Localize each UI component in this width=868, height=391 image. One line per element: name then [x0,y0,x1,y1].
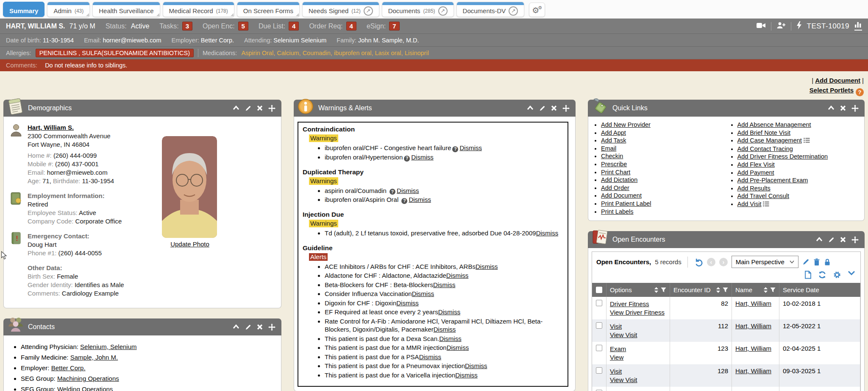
update-photo-link[interactable]: Update Photo [170,240,209,248]
quick-link[interactable]: Add Order [601,184,629,191]
encounter-type-link[interactable]: Driver Fitness [610,300,666,308]
quick-link[interactable]: Add Travel Consult [737,193,790,199]
chart-tab[interactable]: Health Surveillance [92,2,160,17]
collapse-icon[interactable] [816,237,823,243]
contact-link[interactable]: Welding Operations [57,385,113,391]
dismiss-link[interactable]: Dismiss [446,272,469,279]
new-record-icon[interactable] [804,271,812,279]
counter-badge[interactable]: 5 [238,22,248,31]
add-document-link[interactable]: Add Document [815,77,860,84]
quick-link[interactable]: Checkin [601,153,623,159]
dismiss-link[interactable]: Dismiss [447,344,469,351]
popout-icon[interactable] [438,6,448,16]
chart-tab[interactable]: Documents (285) [382,2,454,17]
select-portlets-link[interactable]: Select Portlets [810,87,854,94]
dismiss-link[interactable]: Dismiss [439,335,462,342]
encounter-patient-link[interactable]: Hart, William [735,322,771,330]
dismiss-link[interactable]: Dismiss [411,154,434,161]
dismiss-link[interactable]: Dismiss [397,187,419,194]
quick-link[interactable]: Email [601,145,616,152]
quick-link[interactable]: Add Flex Visit [737,161,775,168]
lightning-icon[interactable] [796,21,802,31]
dismiss-link[interactable]: Dismiss [459,144,482,151]
chart-stats-icon[interactable] [854,22,862,31]
quick-link[interactable]: Add Appt [601,129,626,136]
edit-icon[interactable] [245,105,251,112]
encounter-type-link[interactable]: Visit [610,322,666,331]
counter-badge[interactable]: 3 [182,22,192,31]
chart-tab[interactable]: Medical Record (178) [163,2,234,17]
close-icon[interactable] [257,324,263,330]
move-icon[interactable] [851,105,859,112]
quick-link[interactable]: Add Brief Note Visit [737,129,790,136]
collapse-icon[interactable] [828,105,835,111]
patient-name-link[interactable]: Hart, William S. [28,124,74,131]
dismiss-link[interactable]: Dismiss [465,362,487,369]
help-icon[interactable] [401,198,407,204]
edit-icon[interactable] [245,324,251,330]
quick-link[interactable]: Add Pre-Placement Exam [737,177,808,184]
column-header-encounter-id[interactable]: Encounter ID [670,283,732,297]
quick-link[interactable]: Add Document [601,192,642,199]
row-checkbox[interactable] [596,367,602,374]
encounter-patient-link[interactable]: Hart, William [735,300,771,307]
add-person-icon[interactable] [776,22,786,31]
encounter-view-link[interactable]: View Driver Fitness [610,308,666,317]
edit-icon[interactable] [828,237,835,243]
contact-link[interactable]: Machining Operations [57,375,119,382]
close-icon[interactable] [551,105,557,111]
medication-link[interactable]: Coumadin [303,50,331,56]
quick-link[interactable]: Add Visit [737,201,762,207]
quick-link[interactable]: Add Results [737,185,771,192]
collapse-icon[interactable] [233,105,239,111]
contact-link[interactable]: Better Corp. [51,364,86,371]
collapse-grid-icon[interactable] [848,271,855,279]
collapse-icon[interactable] [233,324,239,330]
dismiss-link[interactable]: Dismiss [409,196,431,203]
move-icon[interactable] [268,324,275,331]
quick-link[interactable]: Add Driver Fitness Determination [737,153,828,160]
medication-link[interactable]: Lisinopril [405,50,429,56]
quick-link[interactable]: Prescribe [601,161,627,168]
quick-link[interactable]: Print Patient Label [601,200,651,207]
edit-icon[interactable] [539,105,545,112]
dismiss-link[interactable]: Dismiss [434,326,456,333]
lock-icon[interactable] [824,258,831,266]
medication-link[interactable]: Lasix oral [375,50,401,56]
close-icon[interactable] [257,105,263,111]
row-checkbox[interactable] [596,322,602,329]
counter-badge[interactable]: 4 [346,22,356,31]
chart-tab[interactable]: Admin (43) [47,2,90,17]
move-icon[interactable] [268,105,275,112]
dismiss-link[interactable]: Dismiss [476,263,498,270]
quick-link[interactable]: Print Chart [601,169,630,176]
move-icon[interactable] [851,236,859,243]
refresh-icon[interactable] [818,271,826,279]
contact-link[interactable]: Sample, John M. [70,354,118,361]
quick-link[interactable]: Print Labels [601,208,634,215]
reset-icon[interactable] [694,257,703,267]
close-icon[interactable] [840,105,846,111]
chart-tab[interactable]: Summary [3,2,45,17]
video-call-icon[interactable] [757,22,766,31]
help-icon[interactable] [404,156,410,162]
quick-link[interactable]: Add Case Management [737,137,802,144]
dismiss-link[interactable]: Dismiss [455,371,478,379]
encounter-type-link[interactable]: Visit [610,367,666,376]
edit-perspective-icon[interactable] [802,258,810,265]
dismiss-link[interactable]: Dismiss [536,229,559,237]
row-checkbox[interactable] [596,345,602,351]
medication-link[interactable]: ibuprofen oral [334,50,372,56]
dismiss-link[interactable]: Dismiss [438,308,461,316]
counter-badge[interactable]: 4 [289,22,299,31]
dismiss-link[interactable]: Dismiss [396,299,419,307]
column-header-service-date[interactable]: Service Date [779,283,860,297]
counter-badge[interactable]: 7 [389,22,399,31]
quick-link[interactable]: Add Absence Management [737,121,811,128]
move-icon[interactable] [562,105,570,112]
dismiss-link[interactable]: Dismiss [433,281,456,288]
quick-link[interactable]: Add Dictation [601,176,637,183]
dismiss-link[interactable]: Dismiss [419,353,442,360]
encounter-view-link[interactable]: View Visit [610,331,666,339]
quick-link[interactable]: Add Contact Tracing [737,145,793,152]
